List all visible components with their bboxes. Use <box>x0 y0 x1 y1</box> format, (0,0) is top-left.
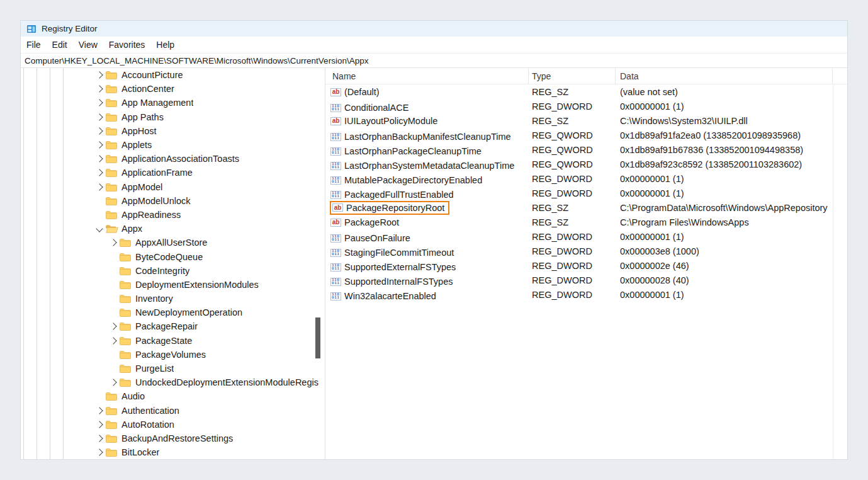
value-row-lastorphansystemmetadatacleanuptime[interactable]: 110011LastOrphanSystemMetadataCleanupTim… <box>325 157 847 171</box>
tree-item-packagevolumes[interactable]: PackageVolumes <box>21 348 325 362</box>
tree-item-label: BitLocker <box>121 447 159 457</box>
tree-item-newdeploymentoperation[interactable]: NewDeploymentOperation <box>21 306 325 319</box>
menu-help[interactable]: Help <box>150 37 180 53</box>
tree-item-backupandrestoresettings[interactable]: BackupAndRestoreSettings <box>21 431 325 445</box>
value-type: REG_DWORD <box>529 188 616 198</box>
column-header-data[interactable]: Data <box>616 68 833 84</box>
folder-icon <box>120 308 132 317</box>
address-bar[interactable]: Computer\HKEY_LOCAL_MACHINE\SOFTWARE\Mic… <box>21 53 847 68</box>
tree-item-label: CodeIntegrity <box>135 266 189 276</box>
chevron-right-icon[interactable] <box>96 86 103 93</box>
value-type: REG_DWORD <box>529 246 616 256</box>
value-row-lastorphanpackagecleanuptime[interactable]: 110011LastOrphanPackageCleanupTimeREG_QW… <box>325 142 847 157</box>
chevron-right-icon[interactable] <box>110 239 116 246</box>
value-name: SupportedInternalFSTypes <box>344 277 453 287</box>
chevron-right-icon[interactable] <box>96 141 103 148</box>
tree-item-packagestate[interactable]: PackageState <box>21 334 325 348</box>
menu-file[interactable]: File <box>21 37 47 53</box>
chevron-right-icon[interactable] <box>96 71 103 78</box>
value-name-wrap: 110011SupportedInternalFSTypes <box>330 276 456 287</box>
tree-item-applicationframe[interactable]: ApplicationFrame <box>21 166 325 180</box>
tree-item-label: App Management <box>121 98 193 108</box>
tree-item-undockeddeploymentextensionmoduleregis[interactable]: UndockedDeploymentExtensionModuleRegis <box>21 375 325 389</box>
value-row-supportedinternalfstypes[interactable]: 110011SupportedInternalFSTypesREG_DWORD0… <box>325 273 847 287</box>
reg-binary-icon: 110011 <box>330 292 341 300</box>
value-name: StagingFileCommitTimeout <box>344 248 454 258</box>
chevron-right-icon[interactable] <box>96 183 103 190</box>
value-name-wrap: 110011Win32alacarteEnabled <box>330 290 439 302</box>
folder-icon <box>106 183 118 191</box>
value-row-win32alacarteenabled[interactable]: 110011Win32alacarteEnabledREG_DWORD0x000… <box>325 287 847 302</box>
tree-scrollbar-thumb[interactable] <box>315 317 320 358</box>
tree-item-autorotation[interactable]: AutoRotation <box>21 418 325 431</box>
value-name-wrap: ab(Default) <box>330 86 382 98</box>
value-name: IUILayoutPolicyModule <box>344 116 437 126</box>
chevron-right-icon[interactable] <box>96 169 103 176</box>
chevron-right-icon[interactable] <box>96 156 103 163</box>
tree-item-deploymentextensionmodules[interactable]: DeploymentExtensionModules <box>21 278 325 292</box>
value-row-supportedexternalfstypes[interactable]: 110011SupportedExternalFSTypesREG_DWORD0… <box>325 258 847 273</box>
value-row-default[interactable]: ab(Default)REG_SZ(value not set) <box>325 84 847 99</box>
tree-item-applets[interactable]: Applets <box>21 138 325 152</box>
value-name-cell: 110011SupportedExternalFSTypes <box>325 258 529 273</box>
value-row-iuilayoutpolicymodule[interactable]: abIUILayoutPolicyModuleREG_SZC:\Windows\… <box>325 113 847 128</box>
reg-string-icon: ab <box>330 88 341 96</box>
tree-item-inventory[interactable]: Inventory <box>21 292 325 306</box>
value-row-packageroot[interactable]: abPackageRootREG_SZC:\Program Files\Wind… <box>325 215 847 229</box>
tree-item-label: AutoRotation <box>121 420 174 430</box>
tree-item-appmodelunlock[interactable]: AppModelUnlock <box>21 194 325 208</box>
value-row-conditionalace[interactable]: 110011ConditionalACEREG_DWORD0x00000001 … <box>325 99 847 113</box>
tree-item-label: PurgeList <box>135 363 174 374</box>
value-row-packagedfulltrustenabled[interactable]: 110011PackagedFullTrustEnabledREG_DWORD0… <box>325 186 847 200</box>
value-data: (value not set) <box>616 87 847 97</box>
column-header-name[interactable]: Name <box>325 68 529 84</box>
tree-item-appx[interactable]: Appx <box>21 222 325 236</box>
value-row-packagerepositoryroot[interactable]: abPackageRepositoryRootREG_SZC:\ProgramD… <box>325 200 847 215</box>
folder-icon <box>106 98 118 107</box>
tree-pane[interactable]: AccountPictureActionCenterApp Management… <box>21 68 325 459</box>
tree-item-bitlocker[interactable]: BitLocker <box>21 445 325 459</box>
chevron-right-icon[interactable] <box>96 113 103 120</box>
chevron-right-icon[interactable] <box>110 379 116 386</box>
menu-edit[interactable]: Edit <box>47 37 73 53</box>
tree-item-accountpicture[interactable]: AccountPicture <box>21 68 325 82</box>
tree-item-audio[interactable]: Audio <box>21 389 325 403</box>
chevron-down-icon[interactable] <box>96 225 103 232</box>
tree-item-authentication[interactable]: Authentication <box>21 404 325 418</box>
value-row-stagingfilecommittimeout[interactable]: 110011StagingFileCommitTimeoutREG_DWORD0… <box>325 244 847 258</box>
chevron-right-icon[interactable] <box>96 127 103 134</box>
tree-item-apphost[interactable]: AppHost <box>21 124 325 138</box>
tree-item-actioncenter[interactable]: ActionCenter <box>21 82 325 96</box>
tree-item-packagerepair[interactable]: PackageRepair <box>21 319 325 333</box>
value-row-mutablepackagedirectoryenabled[interactable]: 110011MutablePackageDirectoryEnabledREG_… <box>325 171 847 186</box>
chevron-right-icon[interactable] <box>110 323 116 330</box>
tree-item-app-paths[interactable]: App Paths <box>21 110 325 124</box>
chevron-right-icon[interactable] <box>96 449 103 455</box>
tree-item-bytecodequeue[interactable]: ByteCodeQueue <box>21 249 325 263</box>
value-type: REG_DWORD <box>529 275 616 285</box>
tree-item-appreadiness[interactable]: AppReadiness <box>21 208 325 222</box>
chevron-right-icon[interactable] <box>96 421 103 428</box>
value-name-cell: ab(Default) <box>325 86 529 98</box>
chevron-right-icon[interactable] <box>96 100 103 106</box>
tree-item-label: PackageRepair <box>135 321 198 331</box>
tree-item-appmodel[interactable]: AppModel <box>21 180 325 194</box>
value-name: PackageRoot <box>344 217 399 227</box>
tree-item-codeintegrity[interactable]: CodeIntegrity <box>21 264 325 278</box>
column-header-type[interactable]: Type <box>529 68 616 84</box>
tree-item-applicationassociationtoasts[interactable]: ApplicationAssociationToasts <box>21 152 325 166</box>
chevron-right-icon[interactable] <box>96 435 103 442</box>
tree-item-app-management[interactable]: App Management <box>21 96 325 110</box>
value-row-lastorphanbackupmanifestcleanuptime[interactable]: 110011LastOrphanBackupManifestCleanupTim… <box>325 128 847 142</box>
menu-view[interactable]: View <box>73 37 103 53</box>
tree-item-purgelist[interactable]: PurgeList <box>21 362 325 375</box>
main-content: AccountPictureActionCenterApp Management… <box>21 68 847 459</box>
value-row-pauseonfailure[interactable]: 110011PauseOnFailureREG_DWORD0x00000001 … <box>325 229 847 244</box>
tree-item-appxalluserstore[interactable]: AppxAllUserStore <box>21 236 325 249</box>
folder-icon <box>120 238 132 247</box>
menu-favorites[interactable]: Favorites <box>103 37 151 53</box>
chevron-right-icon[interactable] <box>96 407 103 414</box>
chevron-right-icon[interactable] <box>110 337 116 344</box>
value-name-cell: 110011ConditionalACE <box>325 99 529 113</box>
value-name: Win32alacarteEnabled <box>344 291 436 301</box>
